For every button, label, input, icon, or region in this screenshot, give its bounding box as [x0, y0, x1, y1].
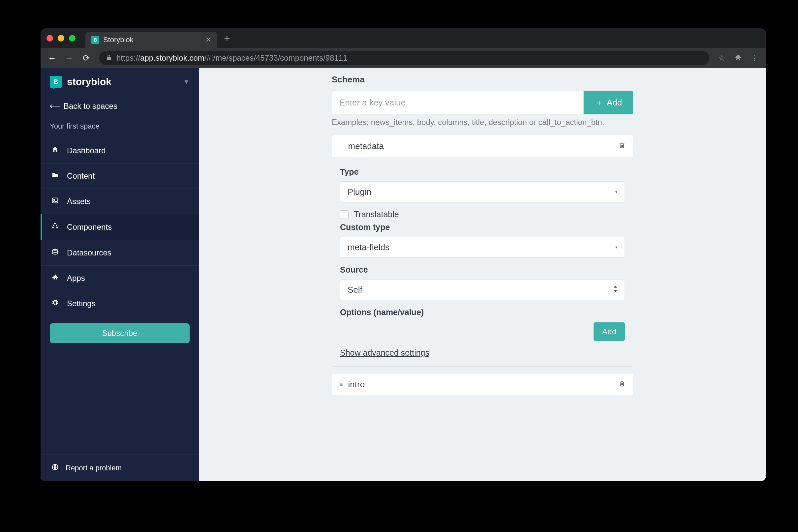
minimize-window-button[interactable] [58, 35, 64, 41]
translatable-checkbox[interactable] [340, 210, 349, 219]
report-problem-label: Report a problem [66, 464, 122, 472]
custom-type-label: Custom type [340, 223, 625, 232]
schema-add-row: ＋ Add [332, 91, 633, 114]
add-schema-button[interactable]: ＋ Add [584, 91, 633, 114]
schema-examples-text: Examples: news_items, body, columns, tit… [332, 118, 633, 127]
type-select[interactable]: Plugin [340, 181, 625, 203]
sidebar-item-content[interactable]: Content [40, 163, 199, 189]
browser-menu-button[interactable]: ⋮ [748, 52, 761, 64]
image-icon [51, 197, 60, 206]
bookmark-star-icon[interactable]: ☆ [715, 52, 728, 64]
delete-field-button[interactable] [618, 142, 626, 151]
source-select[interactable]: Self [340, 279, 625, 300]
home-icon [51, 146, 60, 155]
tab-favicon-icon: B [91, 36, 99, 44]
svg-point-1 [53, 199, 55, 201]
sidebar-item-label: Apps [67, 273, 85, 283]
cubes-icon [51, 222, 60, 232]
source-label: Source [340, 265, 625, 274]
close-tab-button[interactable]: ✕ [205, 36, 211, 44]
add-schema-label: Add [607, 98, 622, 108]
schema-field-name: intro [348, 379, 612, 390]
translatable-row: Translatable [340, 210, 625, 219]
sidebar: B storyblok ▼ ⟵ Back to spaces Your firs… [40, 68, 199, 481]
chevron-down-icon: ▼ [615, 190, 618, 194]
schema-field-body: Type Plugin ▼ Translatable Custom type [332, 157, 633, 366]
sidebar-item-assets[interactable]: Assets [40, 189, 199, 214]
sidebar-item-components[interactable]: Components [40, 214, 199, 240]
sidebar-item-datasources[interactable]: Datasources [40, 240, 199, 265]
tab-title: Storyblok [103, 36, 202, 44]
back-to-spaces-label: Back to spaces [63, 101, 117, 111]
browser-window: B Storyblok ✕ + ← → ⟳ https://app.storyb… [40, 28, 766, 481]
sidebar-item-label: Dashboard [67, 146, 106, 155]
gear-icon [51, 299, 60, 308]
tab-strip: B Storyblok ✕ + [40, 28, 766, 48]
delete-field-button[interactable] [618, 380, 626, 389]
forward-button[interactable]: → [62, 51, 76, 65]
sidebar-item-label: Assets [67, 197, 91, 206]
new-tab-button[interactable]: + [224, 32, 230, 44]
folder-icon [51, 171, 60, 180]
svg-point-2 [53, 249, 58, 251]
reload-button[interactable]: ⟳ [79, 51, 93, 65]
custom-type-value: meta-fields [348, 242, 389, 252]
advanced-settings-link[interactable]: Show advanced settings [340, 348, 429, 358]
schema-field-header[interactable]: ≡ intro [332, 374, 633, 396]
schema-field-metadata: ≡ metadata Type Plugin ▼ [332, 135, 633, 366]
schema-field-name: metadata [348, 141, 612, 151]
sidebar-item-label: Datasources [67, 248, 111, 258]
schema-field-intro: ≡ intro [332, 373, 633, 396]
options-label: Options (name/value) [340, 307, 625, 317]
custom-type-select[interactable]: meta-fields [340, 237, 625, 258]
chevron-down-icon: ▼ [615, 246, 618, 249]
source-value: Self [348, 285, 363, 295]
maximize-window-button[interactable] [69, 35, 75, 41]
plus-icon: ＋ [595, 97, 604, 109]
sidebar-item-label: Settings [67, 299, 96, 308]
sidebar-footer: Report a problem [40, 455, 199, 481]
main-panel: Schema ＋ Add Examples: news_items, body,… [199, 68, 766, 481]
back-button[interactable]: ← [45, 51, 59, 65]
url-bar: ← → ⟳ https://app.storyblok.com/#!/me/sp… [40, 48, 766, 68]
schema-heading: Schema [332, 75, 633, 85]
sidebar-item-settings[interactable]: Settings [40, 291, 199, 316]
space-switcher-caret[interactable]: ▼ [183, 78, 190, 86]
browser-tab[interactable]: B Storyblok ✕ [86, 32, 217, 48]
report-problem-link[interactable]: Report a problem [40, 455, 199, 481]
close-window-button[interactable] [47, 35, 53, 41]
incognito-icon[interactable] [732, 52, 745, 64]
brand-logo-icon: B [50, 76, 62, 88]
sidebar-item-apps[interactable]: Apps [40, 265, 199, 291]
current-space-name: Your first space [40, 117, 199, 138]
lock-icon [106, 54, 112, 62]
schema-field-header[interactable]: ≡ metadata [332, 135, 633, 157]
sidebar-item-label: Components [67, 223, 112, 232]
drag-handle-icon[interactable]: ≡ [339, 143, 342, 150]
drag-handle-icon[interactable]: ≡ [339, 381, 342, 388]
app-content: B storyblok ▼ ⟵ Back to spaces Your firs… [40, 68, 766, 481]
brand-name: storyblok [67, 76, 111, 87]
sidebar-item-label: Content [67, 171, 95, 180]
schema-key-input[interactable] [332, 91, 584, 114]
url-field[interactable]: https://app.storyblok.com/#!/me/spaces/4… [99, 51, 709, 65]
url-text: https://app.storyblok.com/#!/me/spaces/4… [116, 53, 347, 63]
arrow-left-icon: ⟵ [50, 102, 60, 110]
window-controls [44, 35, 75, 41]
type-select-value: Plugin [348, 187, 371, 197]
puzzle-icon [51, 273, 60, 283]
sidebar-header: B storyblok ▼ [40, 68, 199, 96]
add-option-button[interactable]: Add [594, 322, 625, 341]
sort-caret-icon [613, 286, 618, 294]
subscribe-button[interactable]: Subscribe [50, 323, 190, 343]
database-icon [51, 248, 60, 258]
type-label: Type [340, 167, 625, 177]
back-to-spaces-link[interactable]: ⟵ Back to spaces [40, 96, 199, 117]
globe-icon [51, 463, 60, 473]
sidebar-item-dashboard[interactable]: Dashboard [40, 138, 199, 163]
translatable-label: Translatable [354, 210, 399, 219]
sidebar-nav: Dashboard Content Assets Components Data… [40, 138, 199, 316]
